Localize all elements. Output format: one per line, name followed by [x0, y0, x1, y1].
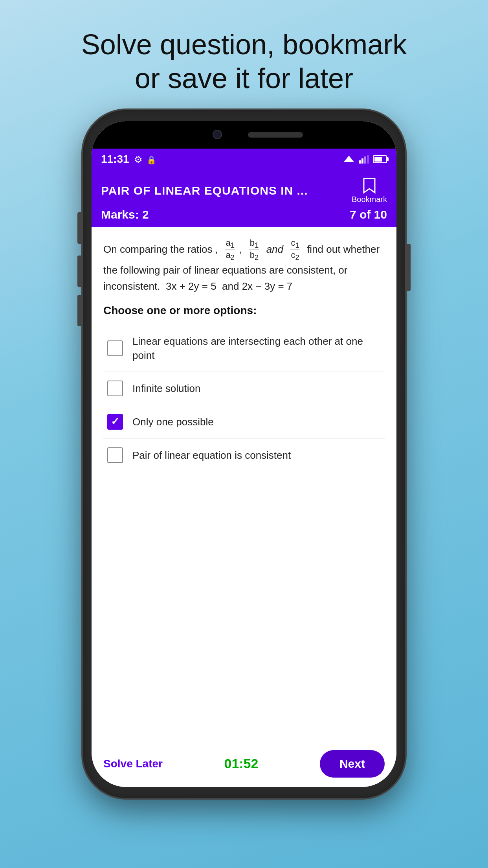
wifi-icon — [343, 155, 355, 164]
fraction-c: c1 c2 — [290, 238, 300, 262]
choose-prompt: Choose one or more options: — [103, 304, 385, 317]
phone-top-bar — [92, 121, 396, 149]
phone-content: 11:31 — [92, 149, 396, 787]
option-3-text: Only one possible — [132, 415, 214, 429]
lock-icon — [147, 153, 156, 166]
question-area: On comparing the ratios , a1 a2 , b1 b2 — [92, 227, 396, 480]
bookmark-label: Bookmark — [352, 195, 387, 204]
option-3[interactable]: Only one possible — [103, 405, 385, 439]
bookmark-button[interactable]: Bookmark — [352, 177, 387, 204]
checkbox-2[interactable] — [107, 381, 123, 396]
status-left: 11:31 — [101, 153, 156, 166]
camera — [213, 130, 222, 139]
timer-display: 01:52 — [224, 756, 258, 771]
question-text: On comparing the ratios , a1 a2 , b1 b2 — [103, 238, 385, 295]
option-1[interactable]: Linear equations are intersecting each o… — [103, 326, 385, 372]
bottom-bar: Solve Later 01:52 Next — [92, 740, 396, 787]
question-count: 7 of 10 — [350, 208, 387, 221]
phone-inner: 11:31 — [92, 121, 396, 787]
header-top: PAIR OF LINEAR EQUATIONS IN ... Bookmark — [101, 177, 387, 204]
page-title: Solve question, bookmark or save it for … — [0, 0, 488, 111]
checkbox-3[interactable] — [107, 414, 123, 430]
solve-later-button[interactable]: Solve Later — [103, 758, 163, 770]
option-4[interactable]: Pair of linear equation is consistent — [103, 439, 385, 472]
status-time: 11:31 — [101, 153, 129, 166]
checkbox-4[interactable] — [107, 447, 123, 463]
fraction-b: b1 b2 — [249, 238, 259, 262]
svg-marker-0 — [344, 156, 354, 162]
checkbox-1[interactable] — [107, 340, 123, 356]
gear-icon — [134, 153, 143, 166]
options-list: Linear equations are intersecting each o… — [103, 326, 385, 472]
status-bar: 11:31 — [92, 149, 396, 170]
battery-fill — [374, 157, 382, 162]
app-header: PAIR OF LINEAR EQUATIONS IN ... Bookmark — [92, 170, 396, 227]
bookmark-icon — [362, 177, 376, 194]
header-title: PAIR OF LINEAR EQUATIONS IN ... — [101, 184, 344, 197]
page-background: Solve question, bookmark or save it for … — [0, 0, 488, 111]
status-icons — [134, 153, 156, 166]
status-right — [343, 155, 387, 164]
option-4-text: Pair of linear equation is consistent — [132, 448, 291, 462]
phone-outer: 11:31 — [83, 110, 405, 798]
next-button[interactable]: Next — [320, 750, 385, 778]
svg-rect-4 — [367, 155, 369, 164]
marks-text: Marks: 2 — [101, 208, 149, 221]
option-1-text: Linear equations are intersecting each o… — [132, 334, 381, 363]
svg-rect-2 — [361, 158, 363, 164]
option-2-text: Infinite solution — [132, 381, 200, 395]
speaker — [248, 132, 303, 138]
signal-icon — [359, 155, 369, 164]
phone-mockup: 11:31 — [83, 110, 405, 798]
fraction-a: a1 a2 — [225, 238, 235, 262]
option-2[interactable]: Infinite solution — [103, 372, 385, 405]
svg-rect-3 — [364, 156, 366, 164]
battery-icon — [373, 155, 387, 163]
header-bottom: Marks: 2 7 of 10 — [101, 208, 387, 221]
scrollable-content: On comparing the ratios , a1 a2 , b1 b2 — [92, 227, 396, 787]
svg-rect-1 — [359, 160, 361, 164]
